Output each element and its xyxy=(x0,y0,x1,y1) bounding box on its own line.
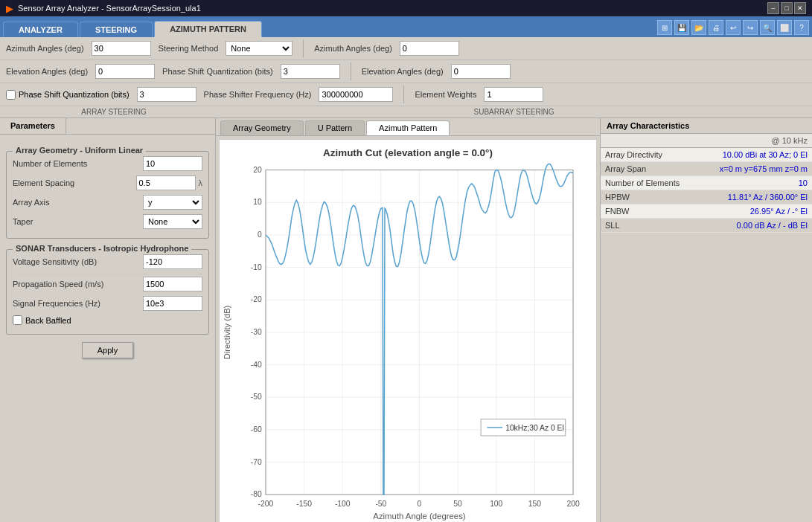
taper-label: Taper xyxy=(13,217,140,226)
elevation-angles2-input[interactable] xyxy=(451,64,511,79)
tab-azimuth[interactable]: AZIMUTH PATTERN xyxy=(154,21,262,37)
svg-text:-70: -70 xyxy=(251,458,262,466)
icon-save[interactable]: 💾 xyxy=(674,20,689,35)
svg-text:10: 10 xyxy=(253,198,262,206)
signal-freq-row: Signal Frequencies (Hz) xyxy=(13,296,202,311)
right-panel: Array Characteristics @ 10 kHz Array Dir… xyxy=(600,118,812,522)
chart-area: Azimuth Cut (elevation angle = 0.0°) xyxy=(219,139,597,522)
svg-text:-100: -100 xyxy=(335,500,351,509)
taper-select[interactable]: None xyxy=(143,214,202,229)
azimuth-angles-label: Azimuth Angles (deg) xyxy=(6,44,84,53)
phase-shift-value-input[interactable] xyxy=(137,87,196,102)
toolbar-icons: ⊞ 💾 📂 🖨 ↩ ↪ 🔍 ⬜ ? xyxy=(657,20,809,37)
icon-open[interactable]: 📂 xyxy=(691,20,706,35)
char-name-header xyxy=(601,134,698,148)
center-panel: Array Geometry U Pattern Azimuth Pattern… xyxy=(216,118,600,522)
svg-text:-30: -30 xyxy=(251,328,262,336)
tab-array-geometry[interactable]: Array Geometry xyxy=(220,120,304,135)
prop-speed-input[interactable] xyxy=(143,277,202,291)
window-title: Sensor Array Analyzer - SensorArraySessi… xyxy=(18,4,767,13)
section-header-bar: ARRAY STEERING SUBARRAY STEERING xyxy=(0,106,812,118)
voltage-sens-input[interactable] xyxy=(143,254,202,269)
phase-shift-checkbox[interactable] xyxy=(6,90,16,100)
tab-u-pattern[interactable]: U Pattern xyxy=(305,120,365,135)
phase-shifter-freq-input[interactable] xyxy=(319,87,393,102)
element-spacing-input[interactable] xyxy=(136,175,196,190)
elevation-angles-input[interactable] xyxy=(95,64,155,79)
back-baffled-row: Back Baffled xyxy=(13,315,202,325)
char-row: Number of Elements10 xyxy=(601,176,812,190)
app-icon: ▶ xyxy=(6,3,13,14)
icon-undo[interactable]: ↩ xyxy=(726,20,741,35)
phase-shift-quant-input[interactable] xyxy=(281,64,340,79)
voltage-sens-label: Voltage Sensitivity (dB) xyxy=(13,257,140,266)
panel-tabs: Parameters xyxy=(0,118,215,135)
array-characteristics-header: Array Characteristics xyxy=(601,118,812,134)
num-elements-label: Number of Elements xyxy=(13,159,140,168)
azimuth-angles2-label: Azimuth Angles (deg) xyxy=(314,44,392,53)
close-button[interactable]: ✕ xyxy=(794,2,806,14)
svg-text:-50: -50 xyxy=(251,393,262,401)
apply-button[interactable]: Apply xyxy=(82,342,134,358)
element-spacing-label: Element Spacing xyxy=(13,178,133,187)
char-value-cell: 26.95° Az / -° El xyxy=(698,204,812,219)
svg-text:-60: -60 xyxy=(251,425,262,434)
steering-method-select[interactable]: None xyxy=(226,41,292,56)
x-axis: -200 -150 -100 -50 0 50 100 150 200 xyxy=(258,500,580,509)
char-row: SLL0.00 dB Az / - dB El xyxy=(601,219,812,233)
svg-text:-50: -50 xyxy=(375,500,386,509)
panel-content: Array Geometry - Uniform Linear Number o… xyxy=(0,135,215,522)
svg-text:-200: -200 xyxy=(258,500,274,509)
phase-shift-checkbox-label[interactable]: Phase Shift Quantization (bits) xyxy=(6,90,130,100)
char-value-cell: 11.81° Az / 360.00° El xyxy=(698,190,812,204)
char-name-cell: Number of Elements xyxy=(601,176,698,190)
main-tab-bar: ANALYZER STEERING AZIMUTH PATTERN ⊞ 💾 📂 … xyxy=(0,16,812,37)
tab-azimuth-pattern[interactable]: Azimuth Pattern xyxy=(366,120,450,135)
svg-text:-20: -20 xyxy=(251,295,262,303)
characteristics-table: @ 10 kHz Array Directivity10.00 dBi at 3… xyxy=(601,134,812,233)
array-axis-select[interactable]: y x z xyxy=(143,195,202,210)
back-baffled-checkbox[interactable] xyxy=(13,315,22,325)
num-elements-row: Number of Elements xyxy=(13,156,202,171)
chart-title: Azimuth Cut (elevation angle = 0.0°) xyxy=(323,147,493,158)
toolbar-row3: Phase Shift Quantization (bits) Phase Sh… xyxy=(0,83,812,106)
signal-freq-input[interactable] xyxy=(143,296,202,311)
svg-text:200: 200 xyxy=(566,500,580,509)
x-axis-label: Azimuth Angle (degrees) xyxy=(373,512,465,521)
element-spacing-row: Element Spacing λ xyxy=(13,175,202,190)
y-axis: 20 10 0 -10 -20 -30 -40 -50 -60 -70 -80 xyxy=(251,166,262,499)
icon-help[interactable]: ? xyxy=(794,20,809,35)
center-tabs: Array Geometry U Pattern Azimuth Pattern xyxy=(216,118,600,136)
icon-print[interactable]: 🖨 xyxy=(709,20,723,35)
toolbar-row2: Elevation Angles (deg) Phase Shift Quant… xyxy=(0,60,812,83)
phase-shift-label: Phase Shift Quantization (bits) xyxy=(19,90,130,99)
azimuth-angles2-input[interactable] xyxy=(400,41,459,56)
element-weights-input[interactable] xyxy=(484,87,543,102)
num-elements-input[interactable] xyxy=(143,156,202,171)
minimize-button[interactable]: – xyxy=(767,2,779,14)
taper-row: Taper None xyxy=(13,214,202,229)
azimuth-angles-input[interactable] xyxy=(92,41,151,56)
main-area: Parameters Array Geometry - Uniform Line… xyxy=(0,118,812,522)
title-bar: ▶ Sensor Array Analyzer - SensorArraySes… xyxy=(0,0,812,16)
svg-text:-80: -80 xyxy=(251,490,262,498)
icon-window[interactable]: ⬜ xyxy=(777,20,792,35)
maximize-button[interactable]: □ xyxy=(781,2,793,14)
phase-shifter-freq-label: Phase Shifter Frequency (Hz) xyxy=(204,90,312,99)
lambda-unit: λ xyxy=(199,178,203,187)
array-axis-row: Array Axis y x z xyxy=(13,195,202,210)
char-freq-header: @ 10 kHz xyxy=(698,134,812,148)
svg-text:100: 100 xyxy=(490,500,503,509)
tab-steering[interactable]: STEERING xyxy=(80,22,153,37)
char-row: Array Directivity10.00 dBi at 30 Az; 0 E… xyxy=(601,148,812,162)
tab-parameters[interactable]: Parameters xyxy=(0,118,66,134)
char-value-cell: 10.00 dBi at 30 Az; 0 El xyxy=(698,148,812,162)
tab-analyzer[interactable]: ANALYZER xyxy=(3,22,78,37)
svg-text:-150: -150 xyxy=(296,500,312,509)
icon-redo[interactable]: ↪ xyxy=(743,20,758,35)
icon-zoom[interactable]: 🔍 xyxy=(760,20,775,35)
back-baffled-text: Back Baffled xyxy=(25,316,71,325)
icon-grid[interactable]: ⊞ xyxy=(657,20,672,35)
back-baffled-label[interactable]: Back Baffled xyxy=(13,315,71,325)
char-value-cell: x=0 m y=675 mm z=0 m xyxy=(698,162,812,176)
